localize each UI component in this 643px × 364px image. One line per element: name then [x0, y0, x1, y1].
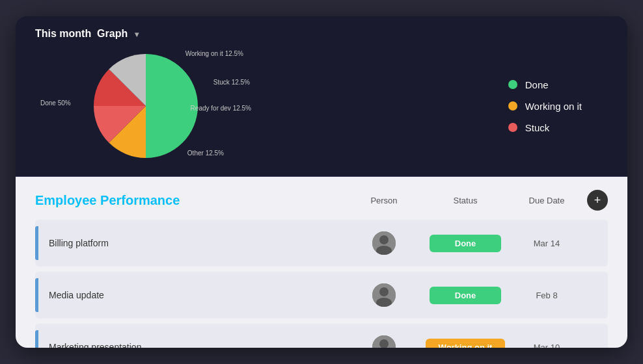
pie-chart-container: Working on it 12.5% Stuck 12.5% Ready fo…: [35, 47, 256, 164]
legend-item-stuck: Stuck: [508, 122, 582, 133]
col-header-status: Status: [417, 196, 514, 205]
chart-title-bold: Graph: [97, 28, 128, 39]
add-row-button[interactable]: +: [587, 190, 608, 211]
row-name: Media update: [38, 290, 351, 300]
table-row: Marketing presentation Working on it Mar…: [35, 324, 608, 348]
avatar-image: [372, 231, 396, 255]
status-cell: Done: [417, 287, 514, 304]
legend-label-stuck: Stuck: [525, 122, 550, 133]
chart-title-normal: This month: [35, 28, 91, 39]
legend-label-done: Done: [525, 79, 549, 90]
avatar: [351, 283, 417, 307]
label-ready-for-dev: Ready for dev 12.5%: [191, 105, 251, 112]
label-working-on-it: Working on it 12.5%: [185, 50, 243, 57]
table-section: Employee Performance Person Status Due D…: [16, 177, 627, 348]
table-title: Employee Performance: [35, 193, 351, 208]
chart-body: Working on it 12.5% Stuck 12.5% Ready fo…: [35, 47, 608, 164]
chart-title: This month Graph ▾: [35, 28, 139, 40]
chart-section: This month Graph ▾: [16, 16, 627, 177]
legend-dot-working: [508, 101, 517, 110]
status-badge: Working on it: [426, 339, 506, 348]
due-cell: Mar 10: [514, 343, 579, 348]
chart-title-row: This month Graph ▾: [35, 28, 608, 40]
due-cell: Feb 8: [514, 291, 579, 300]
avatar-image: [372, 283, 396, 307]
avatar: [351, 335, 417, 348]
avatar: [351, 231, 417, 255]
status-cell: Done: [417, 235, 514, 252]
label-other: Other 12.5%: [187, 150, 224, 157]
device-frame: This month Graph ▾: [16, 16, 627, 348]
person-icon: [372, 335, 396, 348]
person-icon: [372, 231, 396, 255]
col-header-due: Due Date: [514, 196, 579, 205]
label-stuck: Stuck 12.5%: [213, 79, 250, 86]
chart-legend: Done Working on it Stuck: [508, 79, 582, 133]
avatar-image: [372, 335, 396, 348]
dropdown-arrow-icon[interactable]: ▾: [135, 30, 139, 39]
legend-dot-done: [508, 80, 517, 89]
legend-dot-stuck: [508, 123, 517, 132]
svg-point-4: [379, 287, 389, 296]
label-done: Done 50%: [40, 99, 71, 107]
table-row: Media update Done Feb 8: [35, 272, 608, 318]
status-badge: Done: [430, 287, 501, 304]
due-cell: Mar 14: [514, 239, 579, 248]
status-badge: Done: [430, 235, 501, 252]
svg-point-1: [379, 235, 389, 244]
legend-label-working: Working on it: [525, 101, 582, 112]
col-header-person: Person: [351, 196, 417, 205]
row-name: Marketing presentation: [38, 342, 351, 348]
pie-labels: Working on it 12.5% Stuck 12.5% Ready fo…: [35, 47, 256, 164]
legend-item-done: Done: [508, 79, 582, 90]
table-header-row: Employee Performance Person Status Due D…: [35, 190, 608, 211]
status-cell: Working on it: [417, 339, 514, 348]
row-name: Billing platform: [38, 238, 351, 248]
table-row: Billing platform Done Mar 14: [35, 220, 608, 266]
person-icon: [372, 283, 396, 307]
legend-item-working: Working on it: [508, 101, 582, 112]
